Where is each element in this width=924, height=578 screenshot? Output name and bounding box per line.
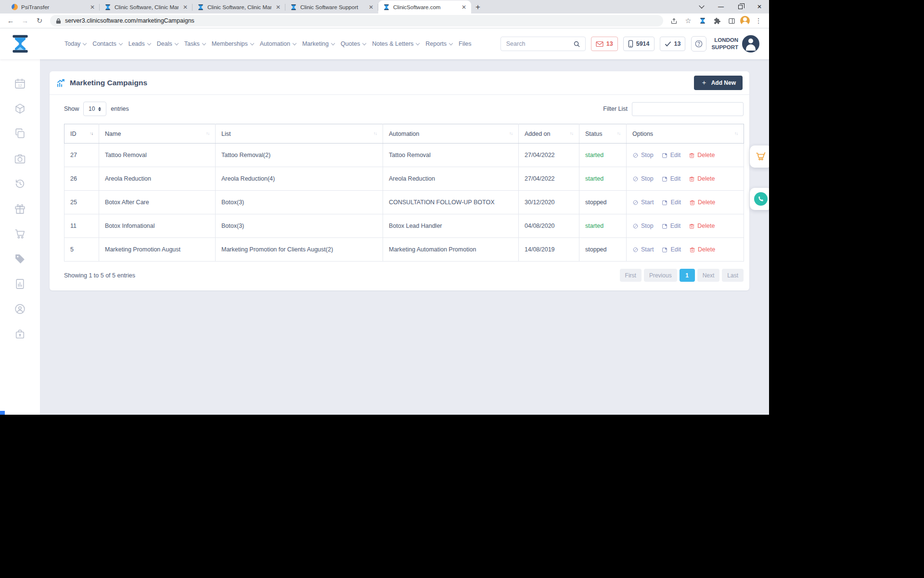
- edit-button[interactable]: Edit: [662, 175, 681, 182]
- menu-quotes[interactable]: Quotes: [341, 40, 366, 47]
- history-clock-icon[interactable]: [14, 178, 26, 192]
- floating-whatsapp-button[interactable]: [750, 188, 769, 210]
- menu-notes-letters[interactable]: Notes & Letters: [372, 40, 419, 47]
- browser-profile-avatar[interactable]: [740, 16, 750, 26]
- table-header-row: ID↑↓ Name↑↓ List↑↓ Automation↑↓ Added on…: [64, 124, 744, 144]
- col-status[interactable]: Status↑↓: [579, 124, 627, 144]
- browser-menu-dots-icon[interactable]: ⋮: [753, 15, 764, 26]
- stop-button[interactable]: Stop: [632, 152, 654, 158]
- search-input[interactable]: [501, 40, 569, 47]
- extensions-puzzle-icon[interactable]: [711, 15, 723, 26]
- gift-icon[interactable]: [14, 203, 26, 217]
- account-icon[interactable]: [14, 303, 26, 317]
- col-id[interactable]: ID↑↓: [64, 124, 99, 144]
- delete-button[interactable]: Delete: [689, 223, 715, 229]
- forward-icon[interactable]: →: [19, 15, 31, 26]
- copy-icon[interactable]: [14, 128, 26, 142]
- pagination-next[interactable]: Next: [697, 269, 720, 282]
- col-name[interactable]: Name↑↓: [99, 124, 216, 144]
- address-bar[interactable]: server3.clinicsoftware.com/marketingCamp…: [50, 15, 663, 26]
- select-arrows-icon: [98, 107, 101, 111]
- cell-name: Tattoo Removal: [99, 144, 216, 167]
- delete-button[interactable]: Delete: [689, 152, 715, 158]
- stop-button[interactable]: Stop: [632, 223, 654, 229]
- cell-added-on: 14/08/2019: [519, 238, 579, 262]
- calendar-icon[interactable]: 12: [14, 78, 26, 92]
- reload-icon[interactable]: ↻: [34, 15, 45, 26]
- menu-reports[interactable]: Reports: [425, 40, 452, 47]
- pagination-last[interactable]: Last: [722, 269, 744, 282]
- filter-input[interactable]: [632, 102, 744, 116]
- add-new-button[interactable]: ＋ Add New: [694, 76, 743, 90]
- share-icon[interactable]: [668, 15, 680, 26]
- menu-automation[interactable]: Automation: [260, 40, 296, 47]
- delete-button[interactable]: Delete: [689, 175, 715, 182]
- bookmark-star-icon[interactable]: ☆: [682, 15, 694, 26]
- package-icon[interactable]: [14, 103, 26, 117]
- tag-icon[interactable]: [14, 253, 26, 267]
- new-tab-button[interactable]: +: [471, 0, 485, 13]
- mobile-phone-icon: [628, 40, 633, 48]
- tab-close-icon[interactable]: ✕: [461, 4, 467, 11]
- edit-button[interactable]: Edit: [662, 223, 681, 229]
- tab-clinic-2[interactable]: Clinic Software, Clinic Manageme ✕: [192, 0, 285, 13]
- window-restore-button[interactable]: [731, 0, 750, 13]
- col-options[interactable]: Options↑↓: [627, 124, 744, 144]
- back-icon[interactable]: ←: [5, 15, 16, 26]
- menu-contacts[interactable]: Contacts: [92, 40, 122, 47]
- search-button[interactable]: [569, 37, 585, 51]
- cell-id: 5: [64, 238, 99, 262]
- pagination-page-1[interactable]: 1: [680, 269, 695, 282]
- edit-button[interactable]: Edit: [662, 246, 681, 253]
- menu-deals[interactable]: Deals: [157, 40, 178, 47]
- edit-button[interactable]: Edit: [662, 152, 681, 158]
- window-close-button[interactable]: ✕: [750, 0, 769, 13]
- pagination-first[interactable]: First: [620, 269, 642, 282]
- camera-icon[interactable]: [14, 153, 26, 167]
- tab-close-icon[interactable]: ✕: [182, 4, 189, 11]
- col-added-on[interactable]: Added on↑↓: [519, 124, 579, 144]
- chevron-down-icon: [449, 41, 453, 45]
- cart-icon[interactable]: [14, 228, 26, 242]
- lock-case-icon[interactable]: [14, 328, 26, 342]
- col-automation[interactable]: Automation↑↓: [383, 124, 519, 144]
- delete-button[interactable]: Delete: [689, 246, 715, 253]
- col-list[interactable]: List↑↓: [216, 124, 383, 144]
- menu-today[interactable]: Today: [64, 40, 86, 47]
- menu-tasks[interactable]: Tasks: [184, 40, 205, 47]
- mail-badge[interactable]: 13: [591, 37, 618, 51]
- browser-toolbar: ← → ↻ server3.clinicsoftware.com/marketi…: [0, 13, 769, 28]
- report-chart-icon[interactable]: [14, 278, 26, 292]
- window-menu-chevron-icon[interactable]: [692, 0, 711, 13]
- menu-memberships[interactable]: Memberships: [212, 40, 254, 47]
- menu-marketing[interactable]: Marketing: [302, 40, 334, 47]
- tab-psitransfer[interactable]: PsiTransfer ✕: [7, 0, 100, 13]
- delete-button[interactable]: Delete: [689, 199, 715, 206]
- pagination-previous[interactable]: Previous: [644, 269, 677, 282]
- phone-badge[interactable]: 5914: [623, 37, 654, 51]
- side-panel-icon[interactable]: [726, 15, 737, 26]
- tab-close-icon[interactable]: ✕: [368, 4, 374, 11]
- edit-button[interactable]: Edit: [662, 199, 681, 206]
- filter-group: Filter List: [603, 102, 744, 116]
- user-avatar[interactable]: [742, 35, 759, 53]
- tab-close-icon[interactable]: ✕: [275, 4, 282, 11]
- page-size-select[interactable]: 10: [83, 102, 106, 116]
- tasks-badge[interactable]: 13: [660, 37, 686, 51]
- clinic-extension-icon[interactable]: [697, 15, 708, 26]
- stop-button[interactable]: Stop: [632, 175, 654, 182]
- tab-close-icon[interactable]: ✕: [89, 4, 96, 11]
- menu-files[interactable]: Files: [459, 40, 471, 47]
- floating-cart-button[interactable]: [750, 145, 769, 168]
- start-button[interactable]: Start: [632, 246, 654, 253]
- table-row: 11 Botox Infomational Botox(3) Botox Lea…: [64, 214, 744, 238]
- tab-clinicsoftware-active[interactable]: ClinicSoftware.com ✕: [378, 0, 471, 13]
- menu-leads[interactable]: Leads: [128, 40, 151, 47]
- global-search: [500, 37, 586, 51]
- check-icon: [665, 41, 671, 47]
- help-button[interactable]: [691, 36, 706, 52]
- tab-clinic-1[interactable]: Clinic Software, Clinic Manageme ✕: [100, 0, 192, 13]
- window-minimize-button[interactable]: —: [711, 0, 731, 13]
- tab-clinic-support[interactable]: Clinic Software Support ✕: [285, 0, 378, 13]
- start-button[interactable]: Start: [632, 199, 654, 206]
